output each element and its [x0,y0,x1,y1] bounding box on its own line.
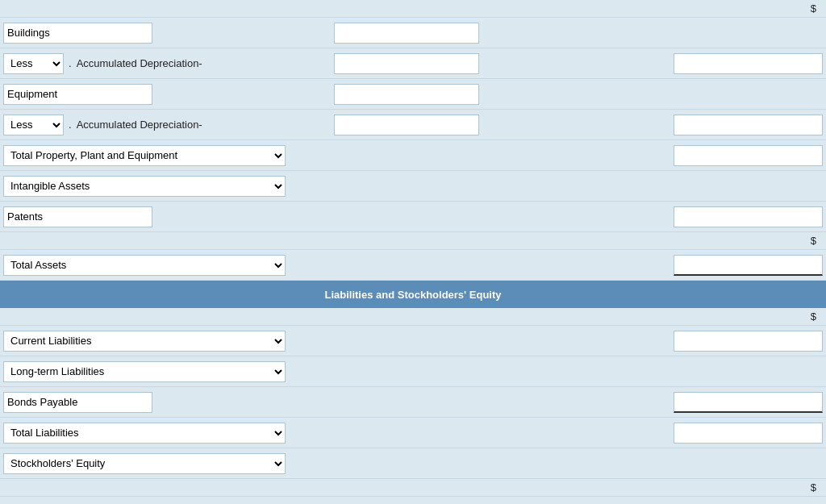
col-right-total-liab [479,423,823,444]
equipment-mid-input[interactable] [334,84,479,105]
col-label-longterm-liab: Long-term Liabilities [3,361,318,382]
col-label-bonds-payable [3,392,318,413]
col-mid-equipment [318,84,479,105]
accum-label-equipment: Accumulated Depreciation- [77,119,202,131]
col-right-less-equipment [479,115,823,135]
dollar-sign-top: $ [811,2,816,15]
row-total-assets: Total Assets [0,250,826,281]
row-less-accum-equipment: Less Plus Net . Accumulated Depreciation… [0,110,826,140]
less-right-input-equipment[interactable] [674,115,823,135]
col-label-patents [3,206,318,227]
dollar-sign-assets: $ [811,235,816,247]
row-patents [0,202,826,232]
dollar-row-top: $ [0,0,826,18]
col-label-buildings [3,23,318,44]
section-header-liabilities: Liabilities and Stockholders' Equity [0,281,826,308]
dollar-row-assets: $ [0,232,826,250]
buildings-mid-input[interactable] [334,23,479,44]
total-liabilities-select[interactable]: Total Liabilities [3,423,286,444]
col-label-less-buildings: Less Plus Net . Accumulated Depreciation… [3,53,318,74]
row-intangible-assets: Intangible Assets [0,171,826,202]
row-longterm-liabilities: Long-term Liabilities [0,356,826,387]
dot-separator-equipment: . [69,119,72,131]
bonds-payable-label-input[interactable] [3,392,152,413]
row-equipment [0,79,826,110]
current-liab-right-input[interactable] [674,331,823,352]
col-label-current-liab: Current Liabilities [3,331,318,352]
dollar-row-liabilities: $ [0,308,826,326]
total-ppe-right-input[interactable] [674,145,823,166]
total-assets-right-input[interactable] [674,255,823,276]
col-mid-buildings [318,23,479,44]
total-ppe-select[interactable]: Total Property, Plant and Equipment [3,145,286,166]
patents-label-input[interactable] [3,206,152,227]
col-label-total-assets: Total Assets [3,255,318,276]
spreadsheet-container: $ Less Plus Net . Accumulated Depreciati… [0,0,826,504]
dollar-sign-liabilities: $ [811,310,816,323]
less-mid-input-buildings[interactable] [334,53,479,74]
col-mid-less-buildings [318,53,479,74]
longterm-liabilities-select[interactable]: Long-term Liabilities [3,361,286,382]
col-right-patents [479,206,823,227]
bonds-payable-right-input[interactable] [674,392,823,413]
row-total-liabilities: Total Liabilities [0,418,826,448]
col-label-intangible: Intangible Assets [3,176,318,197]
col-right-total-ppe [479,145,823,166]
current-liabilities-select[interactable]: Current Liabilities [3,331,286,352]
col-right-total-assets [479,255,823,276]
total-assets-select[interactable]: Total Assets [3,255,286,276]
dollar-row-bottom: $ [0,479,826,497]
col-label-total-ppe: Total Property, Plant and Equipment [3,145,318,166]
col-label-equipment [3,84,318,105]
col-label-less-equipment: Less Plus Net . Accumulated Depreciation… [3,115,318,135]
col-label-stockholders: Stockholders' Equity [3,453,318,474]
buildings-label-input[interactable] [3,23,152,44]
less-select-equipment[interactable]: Less Plus Net [3,115,64,135]
row-less-accum-buildings: Less Plus Net . Accumulated Depreciation… [0,48,826,79]
intangible-assets-select[interactable]: Intangible Assets [3,176,286,197]
col-mid-less-equipment [318,115,479,135]
col-right-bonds-payable [479,392,823,413]
dot-separator-buildings: . [69,57,72,69]
patents-right-input[interactable] [674,206,823,227]
section-header-label: Liabilities and Stockholders' Equity [324,289,501,301]
col-label-total-liab: Total Liabilities [3,423,318,444]
less-select-buildings[interactable]: Less Plus Net [3,53,64,74]
less-right-input-buildings[interactable] [674,53,823,74]
row-total-ppe: Total Property, Plant and Equipment [0,140,826,171]
less-mid-input-equipment[interactable] [334,115,479,135]
total-liab-right-input[interactable] [674,423,823,444]
col-right-less-buildings [479,53,823,74]
accum-label-buildings: Accumulated Depreciation- [77,57,202,69]
col-right-current-liab [479,331,823,352]
dollar-sign-bottom: $ [811,481,816,494]
row-buildings [0,18,826,48]
equipment-label-input[interactable] [3,84,152,105]
row-bonds-payable [0,387,826,418]
row-stockholders-equity: Stockholders' Equity [0,448,826,479]
row-current-liabilities: Current Liabilities [0,326,826,356]
stockholders-equity-select[interactable]: Stockholders' Equity [3,453,286,474]
